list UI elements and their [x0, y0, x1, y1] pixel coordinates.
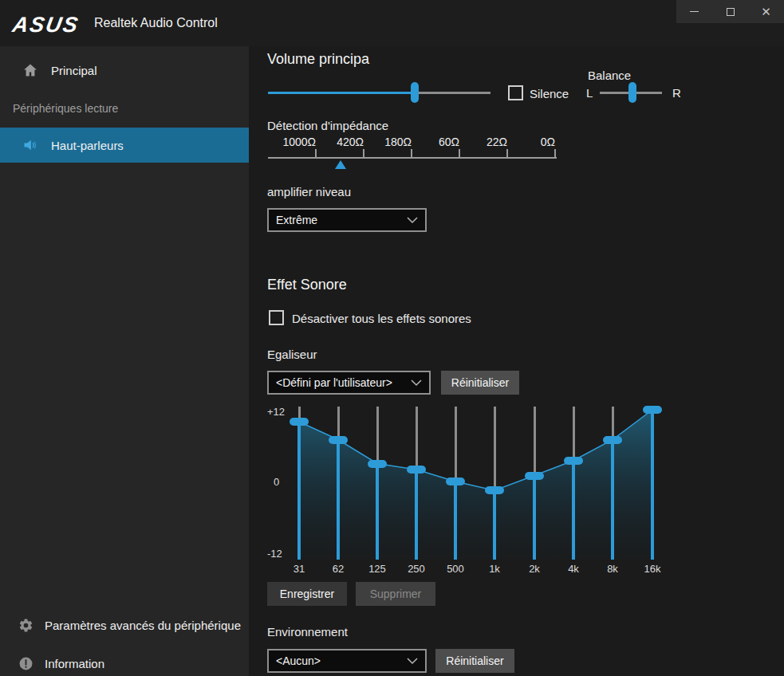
sidebar-item-label: Information — [45, 657, 104, 670]
amplifier-select[interactable]: Extrême — [267, 208, 427, 232]
impedance-tick — [363, 149, 364, 157]
sidebar-item-haut-parleurs[interactable]: Haut-parleurs — [0, 128, 249, 163]
asus-logo: ASUS — [10, 13, 81, 37]
equalizer-preset-select[interactable]: <Défini par l'utilisateur> — [267, 371, 431, 395]
close-icon: ✕ — [761, 6, 771, 18]
sidebar-item-principal[interactable]: Principal — [0, 53, 249, 88]
eq-slider-fill-1k[interactable] — [493, 490, 496, 560]
eq-thumb-2k[interactable] — [525, 472, 544, 480]
titlebar: ASUS Realtek Audio Control ✕ — [0, 0, 784, 46]
sidebar-item-advanced-settings[interactable]: Paramètres avancés du périphérique — [0, 612, 249, 638]
impedance-scale: 1000Ω420Ω180Ω60Ω22Ω0Ω — [268, 134, 557, 171]
eq-freq-label: 31 — [283, 563, 315, 575]
environment-select[interactable]: <Aucun> — [267, 649, 427, 673]
eq-freq-label: 1k — [479, 563, 510, 575]
eq-freq-label: 250 — [400, 563, 432, 575]
environment-label: Environnement — [267, 625, 348, 639]
silence-label: Silence — [530, 87, 569, 100]
close-button[interactable]: ✕ — [748, 0, 784, 23]
balance-right-label: R — [672, 86, 681, 100]
eq-freq-label: 62 — [322, 563, 354, 575]
volume-slider[interactable] — [268, 82, 490, 103]
amplifier-label: amplifier niveau — [267, 185, 351, 198]
eq-slider-fill-8k[interactable] — [611, 440, 614, 560]
eq-thumb-31[interactable] — [290, 418, 309, 426]
volume-slider-thumb[interactable] — [411, 82, 419, 103]
chevron-down-icon — [411, 376, 422, 389]
impedance-tick — [315, 149, 317, 157]
maximize-icon — [727, 8, 735, 16]
window-title: Realtek Audio Control — [94, 16, 218, 30]
eq-freq-label: 8k — [597, 563, 628, 575]
impedance-pointer-icon — [335, 160, 346, 169]
page-title: Volume principa — [267, 51, 369, 68]
impedance-tick — [459, 149, 460, 157]
eq-slider-fill-125[interactable] — [376, 464, 379, 560]
speaker-icon — [22, 137, 38, 153]
minimize-icon — [690, 11, 699, 12]
eq-thumb-62[interactable] — [329, 436, 348, 444]
sidebar-section-label: Périphériques lecture — [13, 102, 118, 115]
eq-thumb-250[interactable] — [407, 466, 426, 474]
chevron-down-icon — [407, 214, 418, 226]
disable-effects-label: Désactiver tous les effets sonores — [292, 312, 471, 325]
eq-slider-fill-500[interactable] — [454, 481, 457, 560]
eq-freq-label: 500 — [439, 563, 471, 575]
eq-thumb-8k[interactable] — [603, 436, 622, 444]
eq-slider-fill-250[interactable] — [415, 470, 418, 560]
impedance-tick — [554, 149, 556, 157]
eq-thumb-16k[interactable] — [643, 406, 662, 414]
balance-left-label: L — [586, 86, 593, 100]
window-controls: ✕ — [676, 0, 784, 23]
eq-slider-track-62[interactable] — [337, 407, 340, 440]
eq-slider-track-1k[interactable] — [494, 407, 496, 490]
impedance-tick — [411, 149, 412, 157]
effects-title: Effet Sonore — [267, 277, 347, 293]
eq-thumb-1k[interactable] — [485, 486, 504, 494]
eq-slider-track-4k[interactable] — [573, 407, 575, 461]
eq-slider-fill-31[interactable] — [297, 422, 301, 560]
eq-slider-fill-4k[interactable] — [572, 461, 575, 560]
eq-thumb-4k[interactable] — [564, 457, 583, 465]
maximize-button[interactable] — [712, 0, 748, 23]
eq-thumb-125[interactable] — [368, 460, 387, 468]
balance-slider[interactable] — [600, 82, 662, 103]
eq-slider-track-250[interactable] — [416, 407, 418, 470]
eq-slider-track-8k[interactable] — [612, 407, 614, 440]
info-icon — [18, 655, 33, 671]
equalizer-reset-button[interactable]: Réinitialiser — [441, 371, 519, 395]
equalizer-label: Egaliseur — [267, 348, 317, 361]
eq-slider-track-2k[interactable] — [534, 407, 536, 476]
silence-checkbox[interactable] — [508, 85, 523, 100]
environment-reset-button[interactable]: Réinitialiser — [435, 649, 514, 673]
eq-freq-label: 125 — [361, 563, 393, 575]
eq-curve — [267, 403, 694, 574]
balance-label: Balance — [588, 69, 631, 82]
impedance-baseline — [268, 157, 557, 159]
minimize-button[interactable] — [676, 0, 712, 23]
sidebar-item-label: Paramètres avancés du périphérique — [45, 619, 241, 632]
amplifier-select-value: Extrême — [276, 214, 317, 226]
eq-thumb-500[interactable] — [446, 478, 465, 485]
disable-effects-checkbox[interactable] — [269, 310, 284, 325]
impedance-scale-label: 0Ω — [491, 136, 555, 148]
balance-slider-thumb[interactable] — [628, 82, 636, 103]
home-icon — [22, 62, 38, 78]
eq-slider-fill-2k[interactable] — [533, 476, 536, 560]
sidebar-item-label: Principal — [51, 64, 97, 77]
eq-slider-track-500[interactable] — [455, 407, 457, 481]
eq-freq-label: 16k — [636, 563, 668, 575]
app-window: ASUS Realtek Audio Control ✕ Principal P… — [0, 0, 784, 676]
eq-slider-fill-62[interactable] — [337, 440, 340, 560]
sidebar-item-label: Haut-parleurs — [51, 139, 124, 152]
eq-slider-track-125[interactable] — [376, 407, 379, 464]
delete-preset-button[interactable]: Supprimer — [356, 582, 435, 606]
impedance-tick — [506, 149, 508, 157]
sidebar: Principal Périphériques lecture Haut-par… — [0, 46, 249, 676]
eq-slider-fill-16k[interactable] — [651, 410, 654, 560]
save-preset-button[interactable]: Enregistrer — [267, 582, 347, 606]
sidebar-item-information[interactable]: Information — [0, 650, 249, 676]
environment-select-value: <Aucun> — [276, 654, 321, 667]
volume-slider-fill — [268, 92, 415, 94]
impedance-title: Détection d'impédance — [267, 119, 388, 132]
